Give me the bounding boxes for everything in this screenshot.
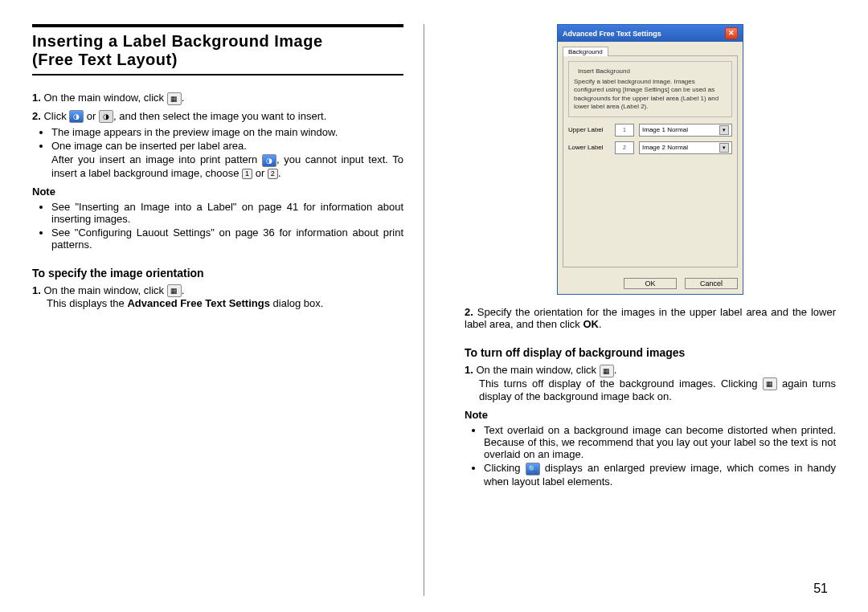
title-line1: Inserting a Label Background Image <box>32 32 323 50</box>
dropdown-value: Image 2 Normal <box>642 144 688 151</box>
bg-toggle-icon: ▦ <box>763 377 777 390</box>
bullet: One image can be inserted per label area… <box>51 140 403 152</box>
step2-tail: . <box>599 318 602 330</box>
off-step-1: 1. On the main window, click ▦. This tur… <box>465 364 836 402</box>
dialog-body: Background Insert Background Specify a l… <box>558 42 743 273</box>
image-icon-on: ◑ <box>69 110 84 123</box>
note-list: Text overlaid on a background image can … <box>484 424 836 488</box>
tab-panel: Insert Background Specify a label backgr… <box>563 55 738 267</box>
step-num: 2. <box>465 306 473 318</box>
insert-background-group: Insert Background Specify a label backgr… <box>568 61 732 117</box>
orient-sub: This displays the Advanced Free Text Set… <box>47 297 403 309</box>
lower-label-dropdown[interactable]: Image 2 Normal ▾ <box>639 141 732 154</box>
lower-label: Lower Label <box>568 144 610 151</box>
close-icon[interactable]: ✕ <box>725 27 738 39</box>
step2-suffix: , and then select the image you want to … <box>113 110 326 122</box>
bg-toggle-icon: ▦ <box>600 365 614 377</box>
right-step-2: 2. Specify the orientation for the image… <box>465 306 836 330</box>
note-item: Text overlaid on a background image can … <box>484 424 836 460</box>
sub-a: This displays the <box>47 297 127 309</box>
b3a: After you insert an image into print pat… <box>51 153 262 165</box>
step-text: On the main window, click <box>43 92 166 104</box>
chevron-down-icon: ▾ <box>719 125 729 135</box>
chevron-down-icon: ▾ <box>719 143 729 153</box>
upper-label-row: Upper Label 1 Image 1 Normal ▾ <box>568 124 732 137</box>
step-1: 1. On the main window, click ▦. <box>32 92 403 105</box>
orient-tail: . <box>182 284 185 296</box>
sub1: This turns off display of the background… <box>479 377 763 390</box>
orient-text: On the main window, click <box>43 284 166 296</box>
subheading-orientation: To specify the image orientation <box>32 267 403 279</box>
or: or <box>252 167 268 179</box>
window-icon: ▦ <box>167 92 182 105</box>
left-column: Inserting a Label Background Image (Free… <box>32 24 424 596</box>
off-text: On the main window, click <box>476 364 599 376</box>
step2-sub-bullets: The image appears in the preview image o… <box>51 126 403 179</box>
page-number: 51 <box>813 581 828 596</box>
note-heading: Note <box>465 409 836 421</box>
upper-label: Upper Label <box>568 126 610 133</box>
step-num: 1. <box>465 364 473 376</box>
step2-text: Specify the orientation for the images i… <box>465 306 836 330</box>
document-page: Inserting a Label Background Image (Free… <box>0 0 868 612</box>
dialog-title: Advanced Free Text Settings <box>563 30 661 38</box>
b3c: . <box>278 167 281 179</box>
lower-label-row: Lower Label 2 Image 2 Normal ▾ <box>568 141 732 154</box>
settings-icon: ▦ <box>167 284 182 297</box>
sub-tail: dialog box. <box>270 297 324 309</box>
bullet: The image appears in the preview image o… <box>51 126 403 138</box>
step2-mid: or <box>84 110 99 122</box>
nb2a: Clicking <box>484 462 526 474</box>
group-desc: Specify a label background image. Images… <box>574 78 727 112</box>
subheading-turn-off: To turn off display of background images <box>465 346 836 359</box>
rule-bottom <box>32 74 403 75</box>
tab-background[interactable]: Background <box>563 47 608 56</box>
advanced-free-text-settings-dialog: Advanced Free Text Settings ✕ Background… <box>557 24 743 295</box>
thumb-2-icon: 2 <box>615 141 634 154</box>
step-tail: . <box>182 92 185 104</box>
cancel-button[interactable]: Cancel <box>685 278 738 289</box>
group-legend: Insert Background <box>575 67 633 75</box>
orient-step-1: 1. On the main window, click ▦. This dis… <box>32 284 403 310</box>
off-tail: . <box>614 364 617 376</box>
dialog-buttons: OK Cancel <box>558 273 743 294</box>
sub-bold: Advanced Free Text Settings <box>127 297 269 309</box>
right-column: Advanced Free Text Settings ✕ Background… <box>448 24 836 596</box>
off-sub: This turns off display of the background… <box>479 377 836 403</box>
note-heading: Note <box>32 186 403 198</box>
dropdown-value: Image 1 Normal <box>642 126 688 133</box>
pattern-1-icon: 1 <box>242 169 252 179</box>
ok-button[interactable]: OK <box>624 278 677 289</box>
pattern-icon: ◑ <box>262 154 276 167</box>
page-title: Inserting a Label Background Image (Free… <box>32 32 403 69</box>
rule-top <box>32 24 403 27</box>
thumb-1-icon: 1 <box>615 124 634 137</box>
zoom-icon: 🔍 <box>526 463 540 475</box>
note-list: See "Inserting an Image into a Label" on… <box>51 201 403 251</box>
pattern-2-icon: 2 <box>268 169 278 179</box>
note-item: See "Configuring Lauout Settings" on pag… <box>51 226 403 251</box>
ok-text: OK <box>583 318 599 330</box>
bullet: After you insert an image into print pat… <box>51 153 403 179</box>
upper-label-dropdown[interactable]: Image 1 Normal ▾ <box>639 124 732 137</box>
image-icon-off: ◑ <box>99 110 113 123</box>
dialog-titlebar: Advanced Free Text Settings ✕ <box>558 25 743 42</box>
step-num: 1. <box>32 284 41 296</box>
step-num: 1. <box>32 92 41 104</box>
note-item: See "Inserting an Image into a Label" on… <box>51 201 403 225</box>
step2-prefix: Click <box>43 110 69 122</box>
note-item: Clicking 🔍 displays an enlarged preview … <box>484 462 836 488</box>
step-num: 2. <box>32 110 41 122</box>
title-line2: (Free Text Layout) <box>32 51 178 68</box>
step-2: 2. Click ◑ or ◑, and then select the ima… <box>32 110 403 179</box>
